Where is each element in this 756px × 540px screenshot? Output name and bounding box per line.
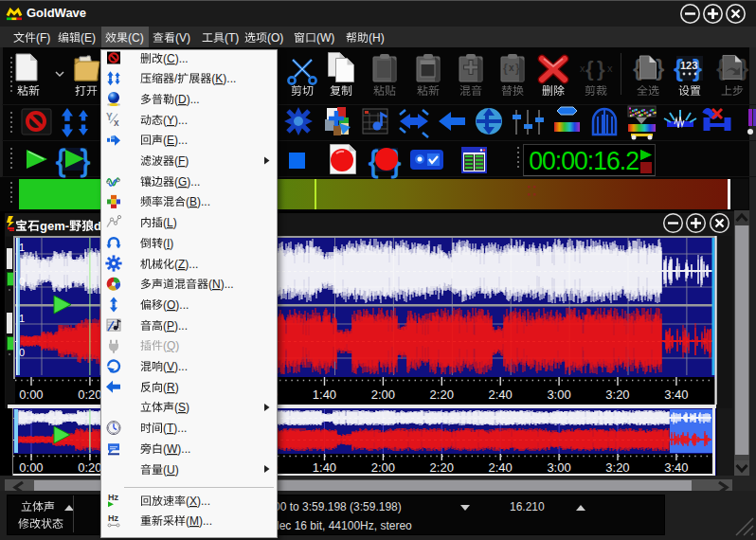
svg-text:(L): (L): [163, 216, 177, 229]
svg-text:(X)...: (X)...: [186, 495, 210, 508]
svg-text:(W): (W): [316, 31, 334, 45]
svg-text:(Y)...: (Y)...: [163, 114, 188, 127]
svg-text:(O)...: (O)...: [163, 298, 189, 312]
svg-text:(S): (S): [174, 401, 189, 414]
svg-text:(T): (T): [225, 31, 239, 45]
svg-text:(I): (I): [163, 237, 173, 250]
svg-text:(F): (F): [36, 31, 50, 45]
svg-text:(V)...: (V)...: [163, 360, 188, 373]
svg-text:(F): (F): [174, 154, 189, 168]
svg-text:(C)...: (C)...: [163, 52, 189, 65]
svg-text:(B)...: (B)...: [186, 195, 210, 208]
svg-text:(Q): (Q): [163, 339, 179, 352]
svg-text:(C): (C): [128, 31, 144, 45]
svg-text:(R): (R): [163, 381, 179, 394]
svg-text:(V): (V): [175, 31, 190, 45]
svg-text:(M)...: (M)...: [186, 514, 212, 528]
svg-text:(N)...: (N)...: [208, 278, 234, 291]
svg-text:(E): (E): [81, 31, 96, 45]
svg-text:(D)...: (D)...: [174, 93, 200, 106]
svg-text:gem-: gem-: [40, 219, 69, 233]
svg-text:(W)...: (W)...: [163, 442, 190, 456]
svg-text:/: /: [174, 72, 178, 85]
svg-text:(H): (H): [369, 31, 385, 45]
svg-text:(K)...: (K)...: [211, 72, 236, 85]
svg-text:(O): (O): [267, 31, 283, 45]
svg-text:(E)...: (E)...: [163, 134, 188, 147]
svg-text:(T)...: (T)...: [163, 422, 187, 435]
svg-text:(U): (U): [163, 463, 179, 477]
svg-text:(Z)...: (Z)...: [174, 258, 198, 271]
svg-text:(G)...: (G)...: [174, 175, 200, 189]
svg-text:(P)...: (P)...: [163, 319, 188, 333]
